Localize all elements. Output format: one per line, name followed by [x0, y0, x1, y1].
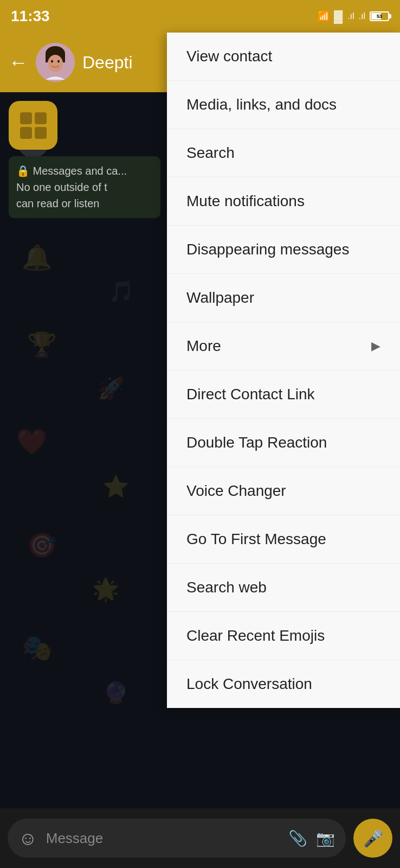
chat-area: 🔒 Messages and ca...No one outside of tc… — [0, 92, 170, 825]
avatar[interactable] — [36, 43, 75, 82]
emoji-dot-4 — [35, 127, 47, 139]
signal2-icon: .ıl — [347, 11, 354, 21]
menu-item-wallpaper[interactable]: Wallpaper — [167, 274, 400, 322]
dropdown-menu: View contactMedia, links, and docsSearch… — [167, 33, 400, 708]
svg-point-5 — [57, 60, 60, 63]
menu-item-label-clear-recent-emojis: Clear Recent Emojis — [186, 627, 325, 644]
message-input[interactable]: Message — [46, 830, 280, 847]
menu-item-media-links-docs[interactable]: Media, links, and docs — [167, 81, 400, 129]
emoji-grid — [15, 107, 52, 144]
battery-icon: 53 — [370, 11, 389, 21]
mic-icon: 🎤 — [363, 829, 383, 848]
menu-item-label-search: Search — [186, 144, 235, 162]
menu-item-lock-conversation[interactable]: Lock Conversation — [167, 660, 400, 708]
emoji-dot-1 — [20, 112, 32, 124]
menu-item-label-wallpaper: Wallpaper — [186, 289, 254, 307]
encryption-bubble: 🔒 Messages and ca...No one outside of tc… — [9, 156, 160, 218]
menu-item-label-lock-conversation: Lock Conversation — [186, 675, 312, 693]
menu-item-clear-recent-emojis[interactable]: Clear Recent Emojis — [167, 612, 400, 660]
menu-item-double-tap-reaction[interactable]: Double Tap Reaction — [167, 419, 400, 467]
menu-item-disappearing-messages[interactable]: Disappearing messages — [167, 226, 400, 274]
menu-item-voice-changer[interactable]: Voice Changer — [167, 467, 400, 515]
mic-button[interactable]: 🎤 — [353, 819, 392, 858]
battery-level: 53 — [371, 14, 388, 19]
emoji-button[interactable]: ☺ — [18, 828, 37, 849]
signal-icon: ▓ — [334, 9, 343, 23]
menu-item-search[interactable]: Search — [167, 129, 400, 177]
menu-item-label-direct-contact-link: Direct Contact Link — [186, 386, 315, 403]
svg-point-4 — [51, 60, 53, 63]
menu-item-label-voice-changer: Voice Changer — [186, 482, 286, 500]
status-icons: 📶 ▓ .ıl .ıl 53 — [318, 9, 389, 23]
emoji-cluster — [9, 101, 57, 150]
avatar-image — [36, 43, 75, 82]
menu-item-label-more: More — [186, 337, 221, 355]
menu-item-arrow-more: ▶ — [371, 339, 380, 353]
status-time: 11:33 — [11, 8, 50, 25]
menu-item-label-double-tap-reaction: Double Tap Reaction — [186, 434, 327, 451]
menu-item-label-disappearing-messages: Disappearing messages — [186, 241, 349, 258]
menu-item-label-view-contact: View contact — [186, 48, 272, 65]
attachment-icon[interactable]: 📎 — [288, 829, 307, 847]
menu-item-label-mute-notifications: Mute notifications — [186, 193, 305, 210]
input-bar: ☺ Message 📎 📷 🎤 — [0, 808, 400, 868]
menu-item-direct-contact-link[interactable]: Direct Contact Link — [167, 371, 400, 419]
lock-icon: 🔒 — [16, 165, 30, 177]
menu-item-view-contact[interactable]: View contact — [167, 33, 400, 81]
menu-item-mute-notifications[interactable]: Mute notifications — [167, 177, 400, 226]
menu-item-go-to-first-message[interactable]: Go To First Message — [167, 515, 400, 564]
menu-item-label-media-links-docs: Media, links, and docs — [186, 96, 337, 113]
svg-point-3 — [48, 55, 63, 72]
menu-item-label-search-web: Search web — [186, 579, 267, 596]
signal3-icon: .ıl — [359, 11, 365, 21]
emoji-dot-3 — [20, 127, 32, 139]
wifi-icon: 📶 — [318, 10, 330, 22]
emoji-dot-2 — [35, 112, 47, 124]
camera-icon[interactable]: 📷 — [316, 829, 335, 847]
menu-item-more[interactable]: More▶ — [167, 322, 400, 371]
menu-item-search-web[interactable]: Search web — [167, 564, 400, 612]
back-button[interactable]: ← — [9, 51, 28, 74]
menu-item-label-go-to-first-message: Go To First Message — [186, 531, 326, 548]
status-bar: 11:33 📶 ▓ .ıl .ıl 53 — [0, 0, 400, 33]
input-field[interactable]: ☺ Message 📎 📷 — [8, 819, 346, 858]
encryption-text: Messages and ca...No one outside of tcan… — [16, 165, 127, 209]
